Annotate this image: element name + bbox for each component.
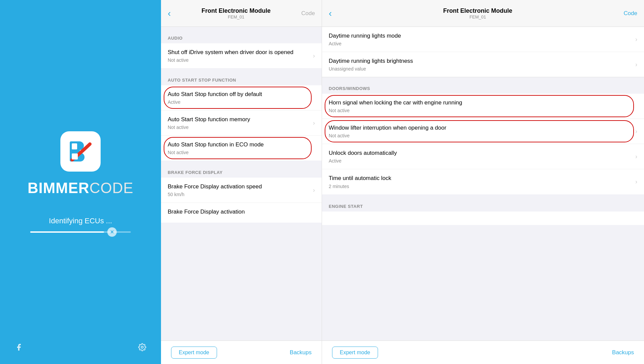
chevron-right-icon: ›	[313, 52, 315, 59]
top-items-group: Daytime running lights mode Active › Day…	[322, 27, 644, 77]
shut-off-idrive-item[interactable]: Shut off iDrive system when driver door …	[161, 43, 322, 68]
chevron-right-icon: ›	[635, 128, 637, 135]
chevron-right-icon: ›	[635, 61, 637, 68]
engine-start-section-header: ENGINE START	[322, 198, 644, 212]
svg-point-5	[141, 346, 143, 348]
audio-section-header: AUDIO	[161, 30, 322, 43]
app-name-light: CODE	[90, 180, 133, 196]
brake-section-header: BRAKE FORCE DISPLAY	[161, 164, 322, 178]
window-lifter-title: Window lifter interruption when opening …	[329, 124, 631, 132]
svg-rect-3	[72, 143, 77, 149]
cancel-button[interactable]: ✕	[107, 227, 117, 237]
right-panel-subtitle: FEM_01	[470, 14, 486, 19]
middle-panel: ‹ Front Electronic Module FEM_01 Code AU…	[161, 0, 322, 364]
daytime-running-mode-item[interactable]: Daytime running lights mode Active ›	[322, 27, 644, 52]
auto-ss-eco-value: Not active	[168, 150, 315, 155]
time-auto-lock-item[interactable]: Time until automatic lock 2 minutes ›	[322, 169, 644, 194]
right-backups-button[interactable]: Backups	[612, 349, 634, 356]
daytime-running-brightness-title: Daytime running lights brightness	[329, 57, 631, 65]
daytime-running-brightness-content: Daytime running lights brightness Unassi…	[329, 57, 631, 72]
right-panel-header: ‹ Front Electronic Module FEM_01 Code	[322, 0, 644, 27]
svg-rect-4	[72, 153, 78, 160]
middle-panel-subtitle: FEM_01	[228, 14, 244, 19]
brake-speed-item[interactable]: Brake Force Display activation speed 50 …	[161, 178, 322, 203]
middle-back-button[interactable]: ‹	[168, 8, 171, 19]
left-panel: BIMMERCODE Identifying ECUs ... ✕	[0, 0, 161, 364]
chevron-right-icon: ›	[635, 178, 637, 185]
facebook-icon[interactable]	[12, 340, 25, 354]
middle-panel-footer: Expert mode Backups	[161, 340, 322, 364]
expert-mode-button[interactable]: Expert mode	[171, 347, 217, 359]
time-auto-lock-value: 2 minutes	[329, 184, 631, 189]
right-panel-footer: Expert mode Backups	[322, 340, 644, 364]
right-panel: ‹ Front Electronic Module FEM_01 Code Da…	[322, 0, 644, 364]
daytime-running-brightness-item[interactable]: Daytime running lights brightness Unassi…	[322, 52, 644, 77]
settings-icon[interactable]	[136, 340, 149, 354]
window-lifter-item[interactable]: Window lifter interruption when opening …	[322, 119, 644, 144]
shut-off-idrive-value: Not active	[168, 57, 309, 63]
auto-ss-memory-title: Auto Start Stop function memory	[168, 116, 309, 123]
window-lifter-value: Not active	[329, 133, 631, 138]
right-panel-content: Daytime running lights mode Active › Day…	[322, 27, 644, 340]
daytime-running-mode-value: Active	[329, 41, 631, 46]
chevron-right-icon: ›	[635, 36, 637, 43]
auto-ss-eco-content: Auto Start Stop function in ECO mode Not…	[168, 141, 315, 155]
app-name: BIMMERCODE	[28, 180, 133, 196]
horn-signal-content: Horn signal when locking the car with en…	[329, 99, 637, 113]
brake-speed-title: Brake Force Display activation speed	[168, 183, 309, 190]
right-code-button[interactable]: Code	[624, 10, 637, 17]
middle-header-center: Front Electronic Module FEM_01	[202, 7, 271, 19]
auto-ss-settings-group: Auto Start Stop function off by default …	[161, 85, 322, 161]
shut-off-idrive-content: Shut off iDrive system when driver door …	[168, 49, 309, 63]
brake-speed-content: Brake Force Display activation speed 50 …	[168, 183, 309, 197]
unlock-doors-value: Active	[329, 158, 631, 164]
right-expert-mode-button[interactable]: Expert mode	[332, 347, 378, 359]
brake-activation-title: Brake Force Display activation	[168, 208, 315, 216]
daytime-running-mode-title: Daytime running lights mode	[329, 32, 631, 40]
audio-settings-group: Shut off iDrive system when driver door …	[161, 43, 322, 68]
right-header-center: Front Electronic Module FEM_01	[443, 7, 512, 19]
brake-activation-item[interactable]: Brake Force Display activation	[161, 203, 322, 222]
time-auto-lock-content: Time until automatic lock 2 minutes	[329, 175, 631, 189]
auto-ss-off-default-value: Active	[168, 99, 315, 105]
daytime-running-mode-content: Daytime running lights mode Active	[329, 32, 631, 46]
auto-ss-memory-value: Not active	[168, 125, 309, 130]
horn-signal-value: Not active	[329, 108, 637, 113]
chevron-right-icon: ›	[313, 187, 315, 194]
app-name-bold: BIMMER	[28, 180, 89, 196]
auto-ss-off-default-item[interactable]: Auto Start Stop function off by default …	[161, 85, 322, 110]
brake-speed-value: 50 km/h	[168, 192, 309, 197]
doors-windows-section-header: DOORS/WINDOWS	[322, 80, 644, 94]
app-logo-icon	[60, 131, 101, 172]
daytime-running-brightness-value: Unassigned value	[329, 66, 631, 72]
doors-windows-settings-group: Horn signal when locking the car with en…	[322, 94, 644, 194]
middle-code-button: Code	[301, 10, 315, 17]
shut-off-idrive-title: Shut off iDrive system when driver door …	[168, 49, 309, 56]
auto-ss-eco-title: Auto Start Stop function in ECO mode	[168, 141, 315, 148]
window-lifter-content: Window lifter interruption when opening …	[329, 124, 631, 138]
middle-panel-header: ‹ Front Electronic Module FEM_01 Code	[161, 0, 322, 27]
unlock-doors-title: Unlock doors automatically	[329, 149, 631, 157]
auto-ss-off-default-content: Auto Start Stop function off by default …	[168, 91, 315, 105]
chevron-right-icon: ›	[635, 153, 637, 160]
auto-ss-off-default-title: Auto Start Stop function off by default	[168, 91, 315, 98]
logo-container: BIMMERCODE	[28, 131, 133, 196]
backups-button[interactable]: Backups	[290, 349, 312, 356]
identifying-text: Identifying ECUs ...	[49, 217, 112, 225]
unlock-doors-content: Unlock doors automatically Active	[329, 149, 631, 164]
bottom-icons	[0, 340, 161, 354]
unlock-doors-item[interactable]: Unlock doors automatically Active ›	[322, 144, 644, 169]
time-auto-lock-title: Time until automatic lock	[329, 175, 631, 182]
auto-ss-eco-item[interactable]: Auto Start Stop function in ECO mode Not…	[161, 136, 322, 161]
progress-bar-fill	[30, 231, 104, 233]
progress-bar-container: ✕	[30, 231, 131, 233]
brake-settings-group: Brake Force Display activation speed 50 …	[161, 178, 322, 222]
auto-ss-memory-item[interactable]: Auto Start Stop function memory Not acti…	[161, 110, 322, 136]
right-back-button[interactable]: ‹	[329, 8, 332, 19]
engine-start-settings-group	[322, 212, 644, 225]
horn-signal-title: Horn signal when locking the car with en…	[329, 99, 637, 106]
right-panel-title: Front Electronic Module	[443, 7, 512, 14]
brake-activation-content: Brake Force Display activation	[168, 208, 315, 217]
chevron-right-icon: ›	[313, 120, 315, 127]
horn-signal-item[interactable]: Horn signal when locking the car with en…	[322, 94, 644, 119]
